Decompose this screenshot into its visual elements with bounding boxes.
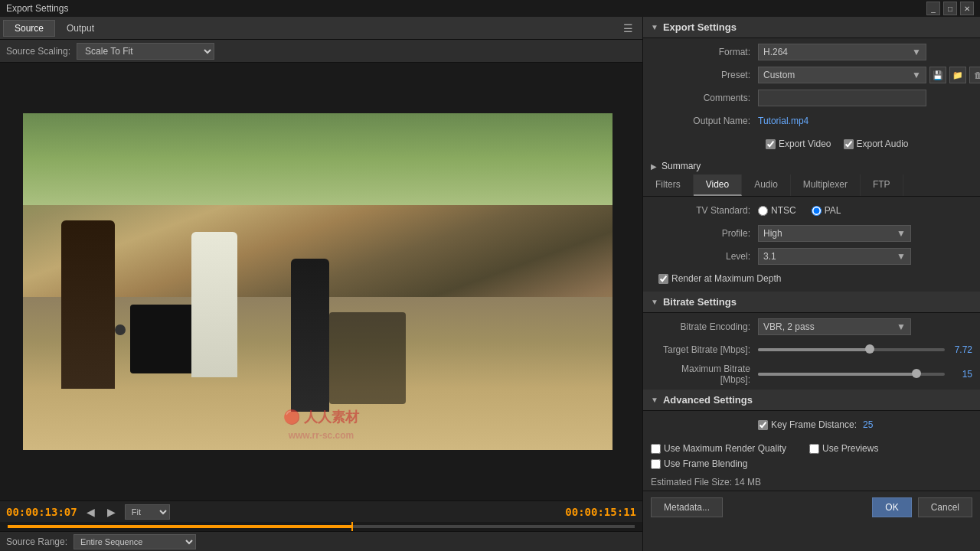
export-audio-checkbox[interactable] [844, 139, 854, 149]
title-bar: Export Settings _ □ ✕ [0, 0, 980, 17]
preset-load-button[interactable]: 📁 [949, 67, 966, 83]
left-panel: Source Output ☰ Source Scaling: Scale To… [0, 17, 643, 551]
advanced-settings-title: Advanced Settings [663, 394, 753, 406]
minimize-button[interactable]: _ [926, 2, 940, 15]
frame-blending-label[interactable]: Use Frame Blending [651, 458, 747, 469]
max-render-quality-checkbox[interactable] [651, 444, 661, 454]
max-render-quality-label[interactable]: Use Maximum Render Quality [651, 443, 786, 454]
output-name-label: Output Name: [651, 116, 758, 126]
preset-dropdown[interactable]: Custom ▼ [758, 67, 926, 83]
profile-row: Profile: High ▼ [651, 224, 972, 243]
file-size-row: Estimated File Size: 14 MB [643, 474, 980, 491]
advanced-settings-header[interactable]: ▼ Advanced Settings [643, 390, 980, 411]
ntsc-radio[interactable] [758, 206, 768, 216]
use-previews-checkbox[interactable] [809, 444, 819, 454]
source-scaling-row: Source Scaling: Scale To Fit Scale To Fi… [0, 40, 642, 63]
max-bitrate-fill [758, 373, 916, 376]
preset-delete-button[interactable]: 🗑 [969, 67, 980, 83]
tab-menu-button[interactable]: ☰ [617, 22, 639, 34]
right-panel-scroll[interactable]: ▼ Export Settings Format: H.264 ▼ [643, 17, 980, 551]
export-video-label[interactable]: Export Video [766, 139, 831, 149]
frame-blending-checkbox[interactable] [651, 459, 661, 469]
source-scaling-select[interactable]: Scale To Fit Scale To Fill Stretch To Fi… [77, 43, 214, 60]
preset-value: Custom ▼ 💾 📁 🗑 [758, 67, 980, 83]
tab-ftp[interactable]: FTP [861, 174, 903, 196]
preset-save-button[interactable]: 💾 [929, 67, 946, 83]
keyframe-distance-checkbox[interactable] [758, 420, 768, 430]
comments-row: Comments: [651, 89, 972, 107]
tab-output[interactable]: Output [55, 20, 106, 37]
export-settings-title: Export Settings [663, 21, 737, 33]
target-bitrate-label: Target Bitrate [Mbps]: [651, 344, 758, 355]
target-bitrate-handle[interactable] [865, 344, 874, 354]
format-dropdown[interactable]: H.264 ▼ [758, 44, 926, 60]
bitrate-encoding-value: VBR, 2 pass ▼ [758, 318, 972, 335]
source-scaling-label: Source Scaling: [6, 46, 70, 57]
scrubber-fill [8, 525, 352, 528]
advanced-settings-area: Key Frame Distance: 25 [643, 411, 980, 439]
render-depth-row: Render at Maximum Depth [651, 270, 972, 287]
render-depth-label[interactable]: Render at Maximum Depth [658, 273, 781, 284]
max-bitrate-handle[interactable] [912, 369, 921, 378]
cancel-button[interactable]: Cancel [918, 497, 972, 517]
title-bar-controls: _ □ ✕ [926, 2, 974, 15]
close-button[interactable]: ✕ [960, 2, 974, 15]
max-bitrate-display: 15 [949, 369, 972, 380]
bitrate-encoding-row: Bitrate Encoding: VBR, 2 pass ▼ [651, 318, 972, 336]
preview-scrollbar[interactable] [612, 113, 620, 450]
advanced-triangle: ▼ [651, 396, 658, 404]
scrubber-container[interactable] [0, 522, 642, 531]
fit-select[interactable]: Fit 25% 50% 75% 100% [125, 504, 170, 520]
export-checkboxes: Export Video Export Audio [758, 139, 909, 149]
bitrate-settings-area: Bitrate Encoding: VBR, 2 pass ▼ Target B… [643, 313, 980, 390]
format-row: Format: H.264 ▼ [651, 43, 972, 61]
prev-frame-button[interactable]: ◀ [83, 506, 98, 518]
max-bitrate-slider[interactable] [758, 373, 945, 376]
bitrate-settings-header[interactable]: ▼ Bitrate Settings [643, 292, 980, 313]
summary-row[interactable]: ▶ Summary [643, 158, 980, 174]
render-depth-checkbox[interactable] [658, 274, 668, 284]
pal-label[interactable]: PAL [812, 205, 841, 216]
keyframe-distance-label[interactable]: Key Frame Distance: [758, 419, 857, 430]
format-label: Format: [651, 47, 758, 57]
export-video-checkbox[interactable] [766, 139, 776, 149]
scrubber-handle[interactable] [351, 522, 353, 531]
tab-audio[interactable]: Audio [742, 174, 791, 196]
export-settings-header[interactable]: ▼ Export Settings [643, 17, 980, 38]
export-audio-label[interactable]: Export Audio [844, 139, 909, 149]
comments-input[interactable] [758, 90, 926, 106]
next-frame-button[interactable]: ▶ [104, 506, 119, 518]
tab-source[interactable]: Source [3, 20, 55, 37]
timeline-bar: 00:00:13:07 ◀ ▶ Fit 25% 50% 75% 100% 00:… [0, 500, 642, 522]
bitrate-encoding-dropdown[interactable]: VBR, 2 pass ▼ [758, 318, 911, 335]
keyframe-distance-value: Key Frame Distance: 25 [758, 419, 972, 430]
scene-sky [23, 113, 620, 205]
tab-filters[interactable]: Filters [643, 174, 694, 196]
target-bitrate-slider[interactable] [758, 348, 945, 351]
level-label: Level: [651, 251, 758, 262]
bitrate-triangle: ▼ [651, 298, 658, 306]
ntsc-label[interactable]: NTSC [758, 205, 796, 216]
buttons-row: Metadata... OK Cancel [643, 491, 980, 523]
profile-dropdown[interactable]: High ▼ [758, 225, 911, 242]
level-dropdown[interactable]: 3.1 ▼ [758, 248, 911, 265]
comments-value [758, 90, 972, 106]
metadata-button[interactable]: Metadata... [651, 497, 723, 517]
format-value: H.264 ▼ [758, 44, 972, 60]
source-range-select[interactable]: Entire Sequence Work Area Custom [74, 534, 196, 549]
tab-multiplexer[interactable]: Multiplexer [791, 174, 861, 196]
source-range-label: Source Range: [6, 536, 67, 547]
profile-value: High ▼ [758, 225, 972, 242]
figure-2 [191, 232, 237, 377]
summary-label: Summary [662, 161, 701, 171]
use-previews-label[interactable]: Use Previews [809, 443, 878, 454]
pal-radio[interactable] [812, 206, 822, 216]
left-tabs-row: Source Output ☰ [0, 17, 642, 40]
keyframe-distance-display: 25 [863, 419, 873, 430]
target-bitrate-fill [758, 348, 870, 351]
tab-video[interactable]: Video [694, 174, 742, 196]
scrubber-track[interactable] [8, 525, 635, 528]
maximize-button[interactable]: □ [943, 2, 957, 15]
output-name-link[interactable]: Tutorial.mp4 [758, 116, 808, 126]
ok-button[interactable]: OK [872, 497, 911, 517]
